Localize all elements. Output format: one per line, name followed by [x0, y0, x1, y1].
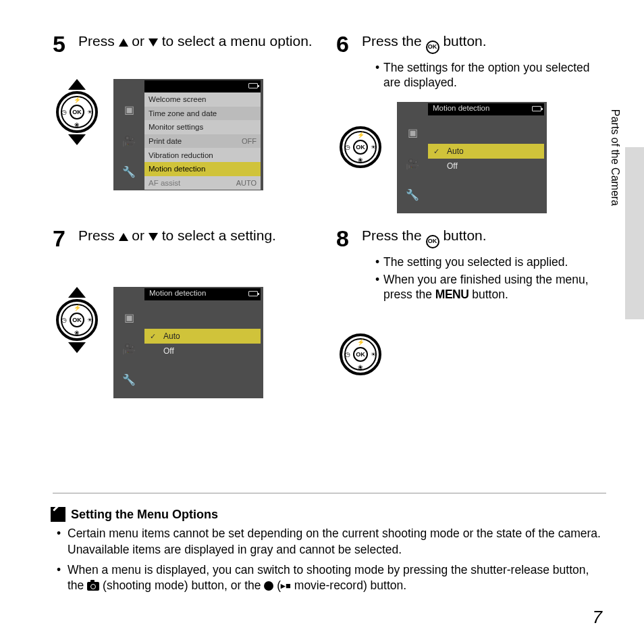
- text-fragment: button.: [468, 288, 508, 301]
- timer-icon: ◷: [61, 109, 67, 115]
- multi-selector-illustration: ⚡ ❀ ◷ ☀ OK: [336, 333, 385, 375]
- down-arrow-icon: [68, 134, 86, 145]
- text-fragment: or: [128, 227, 149, 243]
- menu-row: Time zone and date: [144, 107, 261, 121]
- menu-row-selected: Motion detection: [144, 162, 261, 176]
- flash-icon: ⚡: [74, 304, 81, 311]
- lcd-screen-options: Motion detection ▣ 🎥 🔧 Auto Off: [397, 102, 547, 213]
- video-tab-icon: 🎥: [113, 333, 144, 364]
- text-fragment: to select a setting.: [158, 227, 276, 243]
- option-selected: Auto: [144, 329, 261, 344]
- exposure-icon: ☀: [87, 317, 92, 323]
- step-7: 7 Press or to select a setting.: [53, 227, 323, 250]
- up-arrow-icon: [68, 79, 86, 90]
- dial-icon: ⚡ ❀ ◷ ☀ OK: [340, 333, 381, 375]
- pencil-icon: [51, 507, 65, 522]
- flash-icon: ⚡: [357, 339, 365, 346]
- camera-icon: [87, 582, 99, 591]
- note-bullet: Certain menu items cannot be set dependi…: [53, 526, 606, 558]
- step-text: Press the OK button.: [362, 227, 606, 248]
- text-fragment: (shooting mode) button, or the: [99, 579, 264, 592]
- step-5: 5 Press or to select a menu option.: [53, 32, 323, 55]
- ok-button-icon: OK: [70, 105, 84, 119]
- step-text: Press or to select a setting.: [78, 227, 323, 244]
- side-label: Parts of the Camera: [609, 109, 621, 206]
- battery-icon: [248, 83, 258, 88]
- lcd-screen-menu: ▣ 🎥 🔧 Welcome screen Time zone and date …: [113, 79, 263, 190]
- option: Off: [428, 159, 544, 173]
- page-number: 7: [593, 607, 602, 628]
- setup-tab-icon: 🔧: [397, 179, 428, 210]
- text-fragment: or: [128, 33, 149, 49]
- dial-icon: ⚡ ❀ ◷ ☀ OK: [56, 91, 98, 133]
- camera-tab-icon: ▣: [113, 94, 144, 125]
- step-number: 8: [336, 227, 362, 304]
- macro-icon: ❀: [74, 122, 80, 128]
- down-triangle-icon: [149, 38, 158, 47]
- bullet-item: When you are finished using the menu, pr…: [375, 273, 606, 302]
- ok-button-icon: OK: [70, 313, 84, 327]
- video-tab-icon: 🎥: [397, 148, 428, 179]
- flash-icon: ⚡: [74, 97, 81, 103]
- menu-row-dim: AF assistAUTO: [144, 176, 261, 190]
- step-number: 6: [336, 32, 362, 92]
- bullet-item: The settings for the option you selected…: [375, 61, 606, 90]
- note-heading: Setting the Menu Options: [71, 508, 218, 522]
- note-bullet: When a menu is displayed, you can switch…: [53, 562, 606, 594]
- exposure-icon: ☀: [371, 144, 376, 151]
- macro-icon: ❀: [74, 329, 80, 336]
- up-triangle-icon: [119, 233, 128, 241]
- step-number: 5: [53, 32, 78, 55]
- dial-icon: ⚡ ❀ ◷ ☀ OK: [340, 126, 381, 168]
- multi-selector-illustration: ⚡ ❀ ◷ ☀ OK: [53, 79, 101, 145]
- exposure-icon: ☀: [87, 109, 92, 115]
- step-8: 8 Press the OK button. The setting you s…: [336, 227, 606, 304]
- battery-icon: [532, 106, 541, 111]
- timer-icon: ◷: [345, 144, 350, 151]
- text-fragment: to select a menu option.: [158, 33, 313, 49]
- record-dot-icon: [264, 581, 273, 591]
- setup-tab-icon: 🔧: [113, 156, 144, 187]
- page-side-tab: [625, 147, 644, 319]
- menu-word-icon: MENU: [435, 288, 469, 301]
- down-triangle-icon: [149, 233, 158, 241]
- text-fragment: button.: [439, 33, 487, 49]
- ok-button-icon: OK: [353, 140, 368, 155]
- timer-icon: ◷: [61, 317, 67, 323]
- step-text: Press the OK button.: [362, 32, 606, 54]
- menu-row: Vibration reduction: [144, 148, 261, 162]
- multi-selector-illustration: ⚡ ❀ ◷ ☀ OK: [336, 102, 385, 168]
- menu-row: Monitor settings: [144, 120, 261, 134]
- menu-row: Print dateOFF: [144, 134, 261, 149]
- text-fragment: (: [273, 579, 281, 592]
- flash-icon: ⚡: [357, 132, 365, 138]
- step-6: 6 Press the OK button. The settings for …: [336, 32, 606, 92]
- ok-button-icon: OK: [353, 347, 368, 362]
- timer-icon: ◷: [345, 351, 350, 358]
- option-selected: Auto: [428, 144, 544, 159]
- battery-icon: [248, 291, 258, 296]
- bullet-item: The setting you selected is applied.: [375, 255, 606, 270]
- ok-icon: OK: [426, 41, 439, 54]
- lcd-title: Motion detection: [433, 104, 489, 112]
- macro-icon: ❀: [358, 157, 363, 163]
- down-arrow-icon: [68, 342, 86, 353]
- text-fragment: Press the: [362, 33, 426, 49]
- dial-icon: ⚡ ❀ ◷ ☀ OK: [56, 299, 98, 341]
- text-fragment: Press the: [362, 227, 426, 243]
- up-arrow-icon: [68, 287, 86, 298]
- option: Off: [144, 344, 261, 358]
- lcd-screen-options: Motion detection ▣ 🎥 🔧 Auto Off: [113, 287, 263, 398]
- up-triangle-icon: [119, 38, 128, 47]
- multi-selector-illustration: ⚡ ❀ ◷ ☀ OK: [53, 287, 101, 353]
- exposure-icon: ☀: [371, 351, 376, 358]
- text-fragment: movie-record) button.: [291, 579, 406, 592]
- macro-icon: ❀: [358, 364, 363, 371]
- movie-record-icon: ▸■: [281, 581, 291, 591]
- video-tab-icon: 🎥: [113, 125, 144, 156]
- setup-tab-icon: 🔧: [113, 364, 144, 395]
- step-text: Press or to select a menu option.: [78, 32, 323, 50]
- camera-tab-icon: ▣: [113, 302, 144, 333]
- note-section: Setting the Menu Options Certain menu it…: [53, 493, 606, 594]
- step-number: 7: [53, 227, 78, 250]
